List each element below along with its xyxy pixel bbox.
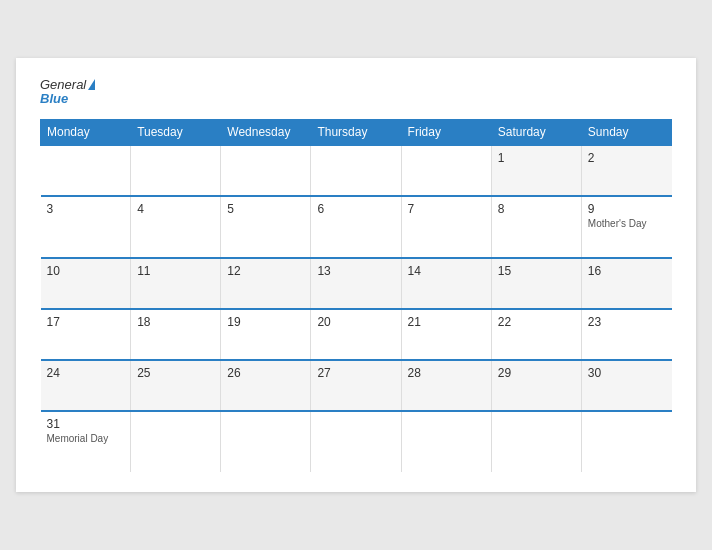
holiday-label: Mother's Day — [588, 218, 666, 229]
calendar-cell: 18 — [131, 309, 221, 360]
calendar-week-row: 12 — [41, 145, 672, 196]
calendar-cell — [131, 411, 221, 472]
calendar-cell — [311, 145, 401, 196]
calendar-cell: 23 — [581, 309, 671, 360]
day-number: 11 — [137, 264, 214, 278]
calendar-cell — [221, 145, 311, 196]
calendar-cell: 5 — [221, 196, 311, 258]
day-number: 5 — [227, 202, 304, 216]
day-number: 2 — [588, 151, 666, 165]
calendar-cell — [401, 411, 491, 472]
day-number: 27 — [317, 366, 394, 380]
calendar-cell — [41, 145, 131, 196]
calendar-cell: 22 — [491, 309, 581, 360]
calendar-cell: 21 — [401, 309, 491, 360]
calendar-cell: 9Mother's Day — [581, 196, 671, 258]
calendar-cell: 11 — [131, 258, 221, 309]
holiday-label: Memorial Day — [47, 433, 125, 444]
day-number: 28 — [408, 366, 485, 380]
day-number: 29 — [498, 366, 575, 380]
day-number: 6 — [317, 202, 394, 216]
calendar-cell: 2 — [581, 145, 671, 196]
day-number: 9 — [588, 202, 666, 216]
day-header-thursday: Thursday — [311, 119, 401, 145]
calendar-cell: 27 — [311, 360, 401, 411]
calendar-cell: 29 — [491, 360, 581, 411]
day-number: 3 — [47, 202, 125, 216]
day-number: 4 — [137, 202, 214, 216]
calendar-cell — [131, 145, 221, 196]
calendar-cell: 25 — [131, 360, 221, 411]
calendar-cell — [311, 411, 401, 472]
day-number: 26 — [227, 366, 304, 380]
day-number: 19 — [227, 315, 304, 329]
day-number: 31 — [47, 417, 125, 431]
day-number: 18 — [137, 315, 214, 329]
day-number: 10 — [47, 264, 125, 278]
day-number: 21 — [408, 315, 485, 329]
day-number: 13 — [317, 264, 394, 278]
calendar-cell: 13 — [311, 258, 401, 309]
day-number: 17 — [47, 315, 125, 329]
day-number: 1 — [498, 151, 575, 165]
day-header-wednesday: Wednesday — [221, 119, 311, 145]
calendar-cell: 7 — [401, 196, 491, 258]
calendar-cell: 20 — [311, 309, 401, 360]
day-number: 7 — [408, 202, 485, 216]
day-number: 12 — [227, 264, 304, 278]
day-header-sunday: Sunday — [581, 119, 671, 145]
calendar-cell: 26 — [221, 360, 311, 411]
calendar-cell: 31Memorial Day — [41, 411, 131, 472]
day-number: 25 — [137, 366, 214, 380]
calendar-cell — [401, 145, 491, 196]
calendar-table: MondayTuesdayWednesdayThursdayFridaySatu… — [40, 119, 672, 472]
calendar-week-row: 3456789Mother's Day — [41, 196, 672, 258]
day-number: 22 — [498, 315, 575, 329]
day-header-friday: Friday — [401, 119, 491, 145]
days-header-row: MondayTuesdayWednesdayThursdayFridaySatu… — [41, 119, 672, 145]
calendar-cell: 16 — [581, 258, 671, 309]
day-header-monday: Monday — [41, 119, 131, 145]
calendar-week-row: 10111213141516 — [41, 258, 672, 309]
calendar-week-row: 17181920212223 — [41, 309, 672, 360]
calendar-cell: 30 — [581, 360, 671, 411]
calendar: General Blue MondayTuesdayWednesdayThurs… — [16, 58, 696, 491]
calendar-week-row: 31Memorial Day — [41, 411, 672, 472]
calendar-cell — [491, 411, 581, 472]
calendar-cell: 14 — [401, 258, 491, 309]
calendar-cell: 19 — [221, 309, 311, 360]
calendar-cell: 15 — [491, 258, 581, 309]
calendar-cell: 28 — [401, 360, 491, 411]
calendar-cell: 17 — [41, 309, 131, 360]
day-number: 8 — [498, 202, 575, 216]
calendar-cell — [221, 411, 311, 472]
day-number: 23 — [588, 315, 666, 329]
day-header-tuesday: Tuesday — [131, 119, 221, 145]
calendar-cell: 10 — [41, 258, 131, 309]
logo: General Blue — [40, 78, 95, 104]
calendar-header: General Blue — [40, 78, 672, 104]
day-number: 24 — [47, 366, 125, 380]
calendar-cell: 1 — [491, 145, 581, 196]
calendar-week-row: 24252627282930 — [41, 360, 672, 411]
calendar-cell: 8 — [491, 196, 581, 258]
day-header-saturday: Saturday — [491, 119, 581, 145]
calendar-cell: 3 — [41, 196, 131, 258]
day-number: 30 — [588, 366, 666, 380]
calendar-cell: 24 — [41, 360, 131, 411]
calendar-cell: 4 — [131, 196, 221, 258]
logo-triangle-icon — [88, 79, 95, 90]
logo-general-text: General — [40, 78, 95, 91]
calendar-cell — [581, 411, 671, 472]
logo-blue-text: Blue — [40, 92, 95, 105]
day-number: 16 — [588, 264, 666, 278]
calendar-cell: 6 — [311, 196, 401, 258]
day-number: 14 — [408, 264, 485, 278]
day-number: 20 — [317, 315, 394, 329]
day-number: 15 — [498, 264, 575, 278]
calendar-cell: 12 — [221, 258, 311, 309]
